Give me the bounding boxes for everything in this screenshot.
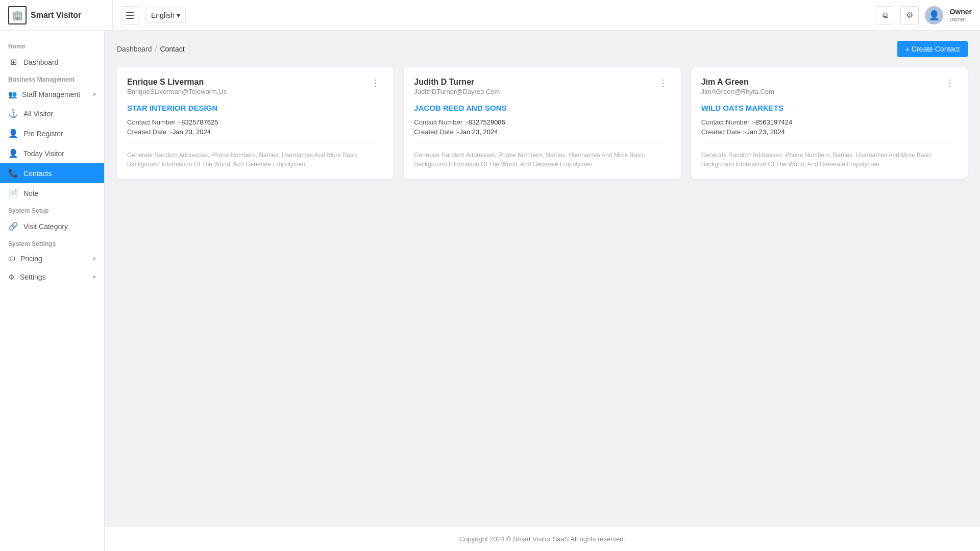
- card-contact-number: Contact Number :-8325787625: [127, 118, 383, 126]
- logo: 🏢 Smart Visitor: [8, 0, 113, 30]
- card-divider: [701, 143, 958, 143]
- sidebar-item-pricing[interactable]: 🏷 Pricing ▾: [0, 249, 104, 268]
- card-menu-button[interactable]: ⋮: [655, 78, 671, 89]
- contact-number-value: 8327529086: [469, 118, 505, 126]
- created-date-value: Jan 23, 2024: [747, 128, 785, 136]
- pre-register-icon: 👤: [8, 129, 18, 138]
- breadcrumb: Dashboard / Contact + Create Contact: [117, 41, 968, 57]
- sidebar-item-dashboard[interactable]: ⊞ Dashboard: [0, 52, 104, 72]
- sidebar-label-today-visitor: Today Visitor: [23, 149, 64, 158]
- card-menu-button[interactable]: ⋮: [368, 78, 383, 89]
- user-role: owner: [949, 16, 972, 23]
- card-contact-info: Enrique S Liverman EnriqueSLiverman@Tele…: [127, 78, 227, 95]
- sidebar-item-all-visitor[interactable]: ⚓ All Visitor: [0, 104, 104, 123]
- header-controls: English ▾: [121, 6, 186, 24]
- breadcrumb-current: Contact: [160, 45, 184, 53]
- sidebar-item-note[interactable]: 📄 Note: [0, 183, 104, 203]
- created-date-value: Jan 23, 2024: [173, 128, 211, 136]
- card-name: Judith D Turner: [414, 78, 500, 87]
- contacts-grid: Enrique S Liverman EnriqueSLiverman@Tele…: [117, 67, 968, 179]
- sidebar-item-visit-category[interactable]: 🔗 Visit Category: [0, 216, 104, 236]
- card-divider: [127, 143, 383, 143]
- hamburger-button[interactable]: [121, 6, 139, 24]
- card-description: Generate Random Addresses, Phone Numbers…: [127, 151, 383, 169]
- main-content: Dashboard / Contact + Create Contact Enr…: [105, 31, 980, 527]
- staff-icon: 👥: [8, 90, 17, 98]
- logo-icon: 🏢: [8, 6, 27, 24]
- breadcrumb-separator: /: [155, 45, 157, 53]
- footer-text: Copyright 2024 © Smart Visitor SaaS All …: [459, 535, 625, 543]
- sidebar-item-contacts[interactable]: 📞 Contacts: [0, 163, 104, 183]
- card-header: Enrique S Liverman EnriqueSLiverman@Tele…: [127, 78, 383, 95]
- card-company: WILD OATS MARKETS: [701, 104, 958, 112]
- breadcrumb-nav: Dashboard / Contact: [117, 45, 185, 53]
- card-created-date: Created Date :-Jan 23, 2024: [414, 128, 670, 136]
- sidebar-item-settings[interactable]: ⚙ Settings ▾: [0, 268, 104, 286]
- sidebar-label-settings: Settings: [20, 273, 46, 281]
- chevron-down-icon: ▾: [93, 91, 96, 98]
- sidebar-item-staff-management[interactable]: 👥 Staff Management ▾: [0, 85, 104, 104]
- header-right: ⧉ ⚙ 👤 Owner owner: [876, 6, 972, 24]
- layout: Home ⊞ Dashboard Business Management 👥 S…: [0, 31, 980, 551]
- user-name: Owner: [949, 8, 972, 16]
- card-menu-button[interactable]: ⋮: [942, 78, 958, 89]
- card-description: Generate Random Addresses, Phone Numbers…: [701, 151, 958, 169]
- language-label: English: [151, 11, 175, 19]
- chevron-down-icon: ▾: [93, 255, 96, 262]
- card-name: Jim A Green: [701, 78, 774, 87]
- card-divider: [414, 143, 670, 143]
- sidebar-label-all-visitor: All Visitor: [23, 110, 53, 118]
- sidebar-section-system-setup: System Setup: [0, 203, 104, 216]
- sidebar-section-system-settings: System Settings: [0, 236, 104, 249]
- card-contact-number: Contact Number :-8327529086: [414, 118, 670, 126]
- sidebar-label-dashboard: Dashboard: [23, 58, 59, 66]
- card-email: JimAGreen@Rhyta.Com: [701, 88, 774, 95]
- language-selector[interactable]: English ▾: [145, 8, 186, 23]
- contacts-icon: 📞: [8, 168, 18, 178]
- sidebar-section-home: Home: [0, 39, 104, 52]
- card-company: STAR INTERIOR DESIGN: [127, 104, 383, 112]
- settings-icon-button[interactable]: ⚙: [900, 6, 919, 24]
- avatar: 👤: [925, 6, 943, 24]
- card-contact-info: Judith D Turner JudithDTurner@Dayrep.Com: [414, 78, 500, 95]
- all-visitor-icon: ⚓: [8, 109, 18, 118]
- today-visitor-icon: 👤: [8, 148, 18, 158]
- note-icon: 📄: [8, 188, 18, 198]
- card-email: JudithDTurner@Dayrep.Com: [414, 88, 500, 95]
- card-description: Generate Random Addresses, Phone Numbers…: [414, 151, 670, 169]
- contact-card: Enrique S Liverman EnriqueSLiverman@Tele…: [117, 67, 394, 179]
- main: Dashboard / Contact + Create Contact Enr…: [105, 31, 980, 551]
- contact-card: Jim A Green JimAGreen@Rhyta.Com ⋮ WILD O…: [691, 67, 968, 179]
- visit-category-icon: 🔗: [8, 221, 18, 231]
- card-email: EnriqueSLiverman@Teleworm.Us: [127, 88, 227, 95]
- sidebar-label-staff-management: Staff Management: [22, 90, 80, 98]
- card-company: JACOB REED AND SONS: [414, 104, 670, 112]
- card-created-date: Created Date :-Jan 23, 2024: [127, 128, 383, 136]
- sidebar-item-today-visitor[interactable]: 👤 Today Visitor: [0, 143, 104, 163]
- pricing-icon: 🏷: [8, 255, 15, 263]
- card-name: Enrique S Liverman: [127, 78, 227, 87]
- card-created-date: Created Date :-Jan 23, 2024: [701, 128, 958, 136]
- contact-number-value: 8563197424: [755, 118, 792, 126]
- sidebar-item-pre-register[interactable]: 👤 Pre Register: [0, 123, 104, 143]
- chevron-down-icon: ▾: [177, 11, 180, 19]
- settings-icon: ⚙: [8, 273, 15, 281]
- sidebar-label-pricing: Pricing: [20, 255, 42, 263]
- card-contact-info: Jim A Green JimAGreen@Rhyta.Com: [701, 78, 774, 95]
- header: 🏢 Smart Visitor English ▾ ⧉ ⚙ 👤 Owner ow…: [0, 0, 980, 31]
- sidebar-section-business: Business Management: [0, 72, 104, 85]
- sidebar-label-contacts: Contacts: [23, 169, 52, 178]
- card-contact-number: Contact Number :-8563197424: [701, 118, 958, 126]
- footer: Copyright 2024 © Smart Visitor SaaS All …: [105, 527, 980, 551]
- card-header: Judith D Turner JudithDTurner@Dayrep.Com…: [414, 78, 670, 95]
- sidebar: Home ⊞ Dashboard Business Management 👥 S…: [0, 31, 105, 551]
- copy-icon-button[interactable]: ⧉: [876, 6, 894, 24]
- logo-text: Smart Visitor: [31, 11, 81, 20]
- user-info[interactable]: Owner owner: [949, 8, 972, 23]
- contact-number-value: 8325787625: [181, 118, 218, 126]
- breadcrumb-parent[interactable]: Dashboard: [117, 45, 152, 53]
- created-date-value: Jan 23, 2024: [459, 128, 498, 136]
- create-contact-button[interactable]: + Create Contact: [897, 41, 968, 57]
- sidebar-label-visit-category: Visit Category: [23, 222, 68, 231]
- dashboard-icon: ⊞: [8, 57, 18, 67]
